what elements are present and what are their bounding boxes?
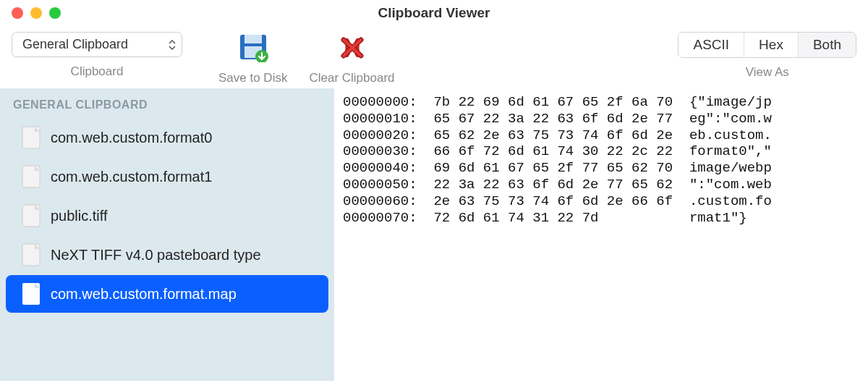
format-sidebar: GENERAL CLIPBOARD com.web.custom.format0… — [0, 88, 334, 381]
save-to-disk-button[interactable]: Save to Disk — [218, 32, 287, 85]
file-icon — [22, 126, 41, 149]
clipboard-dropdown-group: General Clipboard Clipboard — [12, 32, 182, 79]
titlebar: Clipboard Viewer — [0, 0, 868, 26]
file-icon — [22, 165, 41, 188]
sidebar-item-label: com.web.custom.format.map — [51, 286, 237, 303]
sidebar-header: GENERAL CLIPBOARD — [0, 94, 334, 117]
sidebar-item-label: com.web.custom.format0 — [51, 130, 212, 146]
sidebar-item-label: public.tiff — [51, 208, 108, 224]
view-as-label: View As — [746, 65, 789, 80]
sidebar-item-label: NeXT TIFF v4.0 pasteboard type — [51, 247, 261, 263]
view-as-segmented: ASCII Hex Both — [678, 32, 856, 58]
hex-dump-pane[interactable]: 00000000: 7b 22 69 6d 61 67 65 2f 6a 70 … — [334, 88, 868, 381]
sidebar-item-format0[interactable]: com.web.custom.format0 — [6, 119, 328, 156]
toolbar: General Clipboard Clipboard Save to Disk — [0, 26, 868, 88]
file-icon — [22, 282, 41, 305]
sidebar-item-format1[interactable]: com.web.custom.format1 — [6, 158, 328, 195]
traffic-lights — [12, 7, 61, 19]
file-icon — [22, 243, 41, 266]
sidebar-item-public-tiff[interactable]: public.tiff — [6, 197, 328, 235]
fullscreen-window-button[interactable] — [49, 7, 61, 19]
window-title: Clipboard Viewer — [378, 5, 490, 21]
clipboard-dropdown-value: General Clipboard — [22, 37, 128, 52]
clear-x-icon — [335, 32, 370, 64]
clear-clipboard-button[interactable]: Clear Clipboard — [309, 32, 394, 85]
minimize-window-button[interactable] — [30, 7, 42, 19]
sidebar-item-next-tiff[interactable]: NeXT TIFF v4.0 pasteboard type — [6, 236, 328, 274]
close-window-button[interactable] — [12, 7, 23, 19]
segment-hex[interactable]: Hex — [744, 33, 799, 57]
segment-both[interactable]: Both — [799, 33, 856, 57]
save-label: Save to Disk — [218, 71, 287, 85]
floppy-save-icon — [236, 32, 271, 64]
segment-ascii[interactable]: ASCII — [678, 33, 744, 57]
clipboard-label: Clipboard — [71, 64, 124, 79]
content-area: GENERAL CLIPBOARD com.web.custom.format0… — [0, 88, 868, 381]
updown-chevron-icon — [169, 40, 176, 50]
file-icon — [22, 204, 41, 227]
svg-rect-1 — [244, 35, 262, 43]
view-as-group: ASCII Hex Both View As — [678, 32, 856, 80]
sidebar-item-label: com.web.custom.format1 — [51, 169, 212, 185]
sidebar-item-format-map[interactable]: com.web.custom.format.map — [6, 275, 328, 313]
clear-label: Clear Clipboard — [309, 71, 394, 85]
clipboard-dropdown[interactable]: General Clipboard — [12, 32, 182, 57]
